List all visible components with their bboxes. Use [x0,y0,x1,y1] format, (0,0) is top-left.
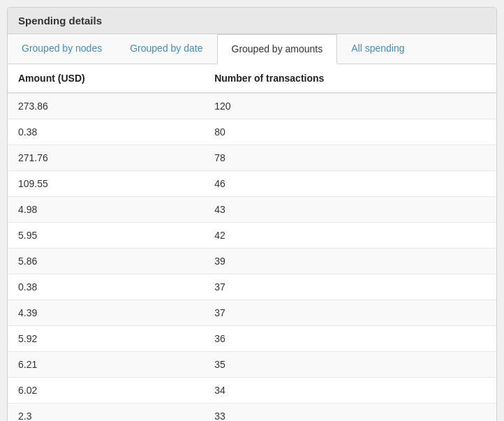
cell-transactions: 120 [204,93,496,119]
table-row: 2.333 [8,404,496,422]
cell-amount: 271.76 [8,145,204,171]
tab-all-spending[interactable]: All spending [337,34,418,64]
cell-amount: 2.3 [8,404,204,422]
table-row: 0.3837 [8,274,496,300]
tab-grouped-by-date[interactable]: Grouped by date [116,34,216,64]
table-row: 273.86120 [8,93,496,119]
cell-amount: 4.98 [8,197,204,223]
table-row: 6.0234 [8,378,496,404]
table-header-row: Amount (USD) Number of transactions [8,64,496,93]
cell-transactions: 37 [204,300,496,326]
cell-transactions: 33 [204,404,496,422]
cell-transactions: 39 [204,249,496,274]
cell-transactions: 34 [204,378,496,404]
cell-amount: 4.39 [8,300,204,326]
cell-amount: 5.86 [8,249,204,274]
col-header-amount: Amount (USD) [8,64,204,93]
col-header-transactions: Number of transactions [204,64,496,93]
table-row: 5.9542 [8,223,496,249]
table-row: 6.2135 [8,352,496,378]
cell-amount: 6.21 [8,352,204,378]
cell-transactions: 43 [204,197,496,223]
cell-transactions: 37 [204,274,496,300]
cell-transactions: 35 [204,352,496,378]
cell-amount: 5.95 [8,223,204,249]
tab-bar: Grouped by nodes Grouped by date Grouped… [8,34,496,64]
cell-transactions: 36 [204,326,496,352]
tab-grouped-by-nodes[interactable]: Grouped by nodes [8,34,116,64]
cell-transactions: 46 [204,171,496,197]
table-row: 109.5546 [8,171,496,197]
panel-title: Spending details [8,8,496,34]
table-row: 5.8639 [8,249,496,274]
tab-grouped-by-amounts[interactable]: Grouped by amounts [217,34,338,64]
table-row: 4.9843 [8,197,496,223]
table-row: 5.9236 [8,326,496,352]
cell-amount: 6.02 [8,378,204,404]
cell-transactions: 78 [204,145,496,171]
spending-details-panel: Spending details Grouped by nodes Groupe… [7,7,497,421]
table-row: 4.3937 [8,300,496,326]
cell-transactions: 80 [204,119,496,145]
cell-transactions: 42 [204,223,496,249]
cell-amount: 273.86 [8,93,204,119]
table-row: 0.3880 [8,119,496,145]
cell-amount: 5.92 [8,326,204,352]
cell-amount: 0.38 [8,119,204,145]
table-container: Amount (USD) Number of transactions 273.… [8,64,496,421]
spending-table: Amount (USD) Number of transactions 273.… [8,64,496,421]
cell-amount: 109.55 [8,171,204,197]
table-row: 271.7678 [8,145,496,171]
cell-amount: 0.38 [8,274,204,300]
